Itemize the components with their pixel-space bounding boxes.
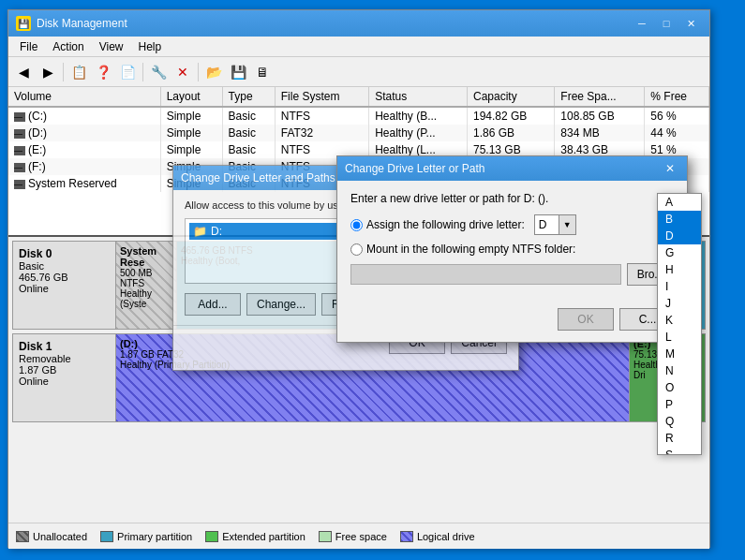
table-row[interactable]: —(C:)SimpleBasicNTFSHealthy (B...194.82 … xyxy=(8,107,709,125)
minimize-button[interactable]: ─ xyxy=(631,15,653,32)
dropdown-item-j[interactable]: J xyxy=(658,295,701,312)
toolbar-list-button[interactable]: 📋 xyxy=(67,61,90,83)
sysreserved-name: System Rese xyxy=(120,245,172,268)
forward-button[interactable]: ▶ xyxy=(37,61,59,83)
toolbar: ◀ ▶ 📋 ❓ 📄 🔧 ✕ 📂 💾 🖥 xyxy=(8,57,709,87)
dropdown-item-r[interactable]: R xyxy=(658,430,701,447)
menu-file[interactable]: File xyxy=(12,38,45,55)
dropdown-item-k[interactable]: K xyxy=(658,312,701,329)
legend-logical-label: Logical drive xyxy=(417,531,475,542)
dialog-main-title-bar: Change Drive Letter or Path ✕ xyxy=(337,156,687,181)
legend-logical: Logical drive xyxy=(400,531,475,542)
dropdown-item-p[interactable]: P xyxy=(658,396,701,413)
drive-letter-dropdown-arrow[interactable]: ▼ xyxy=(559,215,575,234)
assign-row: Assign the following drive letter: D ▼ xyxy=(350,214,674,235)
col-capacity[interactable]: Capacity xyxy=(467,87,554,107)
disk-0-size: 465.76 GB xyxy=(19,272,110,283)
col-status[interactable]: Status xyxy=(369,87,468,107)
menu-action[interactable]: Action xyxy=(45,38,91,55)
legend-extended-label: Extended partition xyxy=(222,531,305,542)
app-icon: 💾 xyxy=(16,16,31,31)
main-window: 💾 Disk Management ─ □ ✕ File Action View… xyxy=(7,9,710,548)
toolbar-monitor-button[interactable]: 🖥 xyxy=(251,61,274,83)
dialog-main-instruction: Enter a new drive letter or path for D: … xyxy=(350,192,674,205)
cell-1-7: 44 % xyxy=(645,125,709,141)
dropdown-item-s[interactable]: S xyxy=(658,447,701,455)
col-volume[interactable]: Volume xyxy=(8,87,160,107)
cell-0-1: Simple xyxy=(160,107,222,125)
dropdown-item-l[interactable]: L xyxy=(658,329,701,346)
disk-1-status: Online xyxy=(19,376,110,387)
cell-2-1: Simple xyxy=(160,141,222,158)
table-row[interactable]: —(D:)SimpleBasicFAT32Healthy (P...1.86 G… xyxy=(8,125,709,141)
col-layout[interactable]: Layout xyxy=(160,87,222,107)
legend-extended: Extended partition xyxy=(205,531,305,542)
toolbar-delete-button[interactable]: ✕ xyxy=(171,61,194,83)
sep2 xyxy=(142,63,143,81)
dialog-main-content: Enter a new drive letter or path for D: … xyxy=(337,181,687,304)
cell-1-1: Simple xyxy=(160,125,222,141)
title-bar: 💾 Disk Management ─ □ ✕ xyxy=(8,10,709,37)
col-filesystem[interactable]: File System xyxy=(275,87,368,107)
col-percent[interactable]: % Free xyxy=(645,87,709,107)
dropdown-item-o[interactable]: O xyxy=(658,379,701,396)
cell-1-4: Healthy (P... xyxy=(369,125,468,141)
dropdown-item-d[interactable]: D xyxy=(658,228,701,244)
partition-sysreserved[interactable]: System Rese 500 MB NTFS Healthy (Syste xyxy=(116,242,177,329)
mount-label: Mount in the following empty NTFS folder… xyxy=(350,243,575,256)
mount-radio[interactable] xyxy=(350,243,363,256)
folder-icon: 📁 xyxy=(193,225,207,238)
toolbar-folder-button[interactable]: 📂 xyxy=(202,61,225,83)
toolbar-help-button[interactable]: ❓ xyxy=(92,61,114,83)
back-button[interactable]: ◀ xyxy=(12,61,35,83)
assign-radio[interactable] xyxy=(350,219,363,231)
disk-1-type: Removable xyxy=(19,353,110,364)
cell-1-6: 834 MB xyxy=(555,125,645,141)
maximize-button[interactable]: □ xyxy=(655,15,678,32)
cell-0-5: 194.82 GB xyxy=(467,107,554,125)
legend-unalloc-box xyxy=(16,531,29,542)
dropdown-item-g[interactable]: G xyxy=(658,244,701,261)
disk-0-type: Basic xyxy=(19,260,110,272)
assign-label: Assign the following drive letter: xyxy=(350,218,525,231)
dialog-main-window: Change Drive Letter or Path ✕ Enter a ne… xyxy=(336,155,688,343)
dropdown-item-i[interactable]: I xyxy=(658,278,701,295)
disk-0-label: Disk 0 Basic 465.76 GB Online xyxy=(13,242,116,329)
dropdown-item-h[interactable]: H xyxy=(658,261,701,278)
menu-bar: File Action View Help xyxy=(8,37,709,57)
dropdown-item-a[interactable]: A xyxy=(658,194,701,211)
toolbar-save-button[interactable]: 💾 xyxy=(227,61,249,83)
drive-letter-dropdown-list[interactable]: A B D G H I J K L M N O P Q R S T U V W … xyxy=(657,193,702,455)
dropdown-item-n[interactable]: N xyxy=(658,362,701,379)
change-button[interactable]: Change... xyxy=(246,293,316,316)
toolbar-copy-button[interactable]: 📄 xyxy=(116,61,139,83)
add-button[interactable]: Add... xyxy=(185,293,241,316)
cell-1-3: FAT32 xyxy=(275,125,368,141)
dropdown-item-q[interactable]: Q xyxy=(658,413,701,430)
cell-2-2: Basic xyxy=(222,141,275,158)
mount-row: Mount in the following empty NTFS folder… xyxy=(350,243,674,256)
assign-text: Assign the following drive letter: xyxy=(366,218,525,231)
sep3 xyxy=(198,63,199,81)
cell-0-0: —(C:) xyxy=(8,107,160,125)
drive-letter-value: D xyxy=(535,216,559,233)
menu-view[interactable]: View xyxy=(92,38,131,55)
menu-help[interactable]: Help xyxy=(131,38,170,55)
path-input[interactable] xyxy=(350,264,621,285)
dialog-main-title-text: Change Drive Letter or Path xyxy=(345,162,661,175)
close-button[interactable]: ✕ xyxy=(679,15,702,32)
cell-4-0: —System Reserved xyxy=(8,175,160,192)
disk-1-name: Disk 1 xyxy=(19,340,110,353)
dialog-main-close[interactable]: ✕ xyxy=(661,160,679,177)
col-type[interactable]: Type xyxy=(222,87,275,107)
dropdown-item-m[interactable]: M xyxy=(658,346,701,362)
cell-1-0: —(D:) xyxy=(8,125,160,141)
window-controls: ─ □ ✕ xyxy=(631,15,702,32)
sep1 xyxy=(63,63,64,81)
legend-primary-label: Primary partition xyxy=(117,531,192,542)
dropdown-item-b[interactable]: B xyxy=(658,211,701,228)
col-freespace[interactable]: Free Spa... xyxy=(555,87,645,107)
dialog-main-ok[interactable]: OK xyxy=(558,308,614,331)
cell-0-7: 56 % xyxy=(645,107,709,125)
toolbar-settings-button[interactable]: 🔧 xyxy=(147,61,170,83)
